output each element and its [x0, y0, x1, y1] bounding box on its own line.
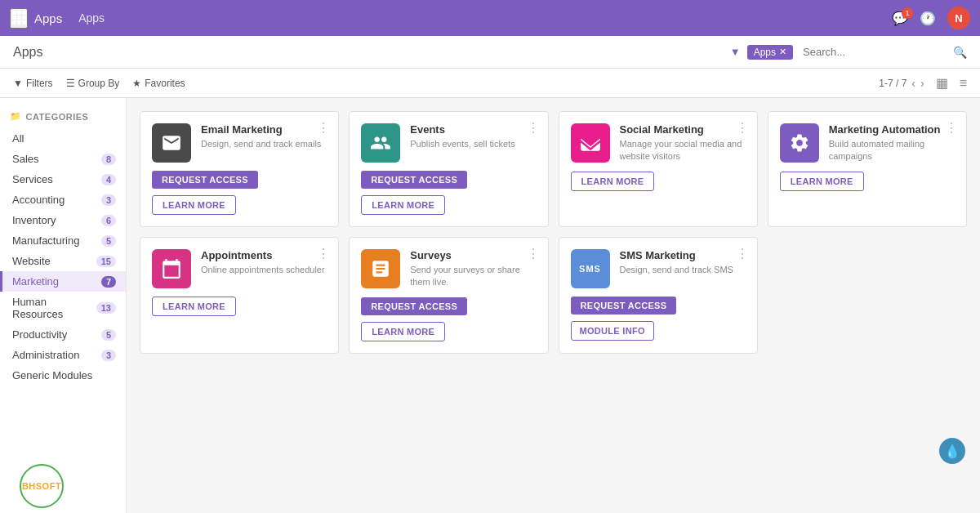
app-card-sms: ⋮ SMS SMS Marketing Design, send and tra…	[559, 237, 758, 354]
sidebar-label-inventory: Inventory	[12, 214, 56, 226]
app-card-header-surveys: Surveys Send your surveys or share them …	[361, 249, 536, 289]
filter-tag-close[interactable]: ✕	[779, 47, 786, 57]
request-access-events-btn[interactable]: REQUEST ACCESS	[361, 171, 467, 189]
sidebar-item-accounting[interactable]: Accounting 3	[0, 190, 126, 210]
sidebar-item-manufacturing[interactable]: Manufacturing 5	[0, 230, 126, 251]
topbar-right: 💬 1 🕐 N	[892, 7, 970, 29]
logo: BHSOFT	[20, 464, 64, 508]
app-menu-marketing-auto[interactable]: ⋮	[945, 120, 958, 136]
learn-more-email-btn[interactable]: LEARN MORE	[152, 195, 236, 215]
favorites-btn[interactable]: ★ Favorites	[132, 78, 185, 89]
sidebar-badge-website: 15	[96, 256, 116, 267]
app-card-header-appointments: Appointments Online appointments schedul…	[152, 249, 327, 288]
app-card-events: ⋮ Events Publish events, sell tickets RE…	[349, 111, 548, 227]
sidebar-item-sales[interactable]: Sales 8	[0, 149, 126, 169]
next-page-btn[interactable]: ›	[920, 77, 924, 90]
events-icon	[361, 123, 400, 163]
sidebar-item-marketing[interactable]: Marketing 7	[0, 271, 126, 292]
search-input[interactable]	[800, 44, 947, 60]
filter-toolbar: ▼ Filters ☰ Group By ★ Favorites 1-7 / 7…	[0, 69, 980, 98]
app-menu-surveys[interactable]: ⋮	[527, 246, 540, 261]
sidebar-label-administration: Administration	[12, 349, 79, 361]
app-card-header-social: Social Marketing Manage your social medi…	[571, 123, 746, 163]
app-desc-surveys: Send your surveys or share them live.	[410, 264, 536, 289]
learn-more-marketing-auto-btn[interactable]: LEARN MORE	[780, 172, 864, 191]
sidebar-badge-administration: 3	[101, 350, 116, 361]
app-card-header-marketing-auto: Marketing Automation Build automated mai…	[780, 123, 955, 163]
request-access-surveys-btn[interactable]: REQUEST ACCESS	[361, 297, 467, 315]
request-access-email-btn[interactable]: REQUEST ACCESS	[152, 171, 258, 189]
svg-rect-0	[12, 11, 16, 15]
app-name-social: Social Marketing	[620, 123, 746, 136]
app-desc-appointments: Online appointments scheduler	[201, 264, 327, 276]
sidebar-item-inventory[interactable]: Inventory 6	[0, 210, 126, 230]
topbar-app-link[interactable]: Apps	[78, 11, 105, 25]
sidebar-label-accounting: Accounting	[12, 194, 65, 206]
learn-more-events-btn[interactable]: LEARN MORE	[361, 195, 445, 215]
app-card-email-marketing: ⋮ Email Marketing Design, send and track…	[140, 111, 339, 227]
app-menu-social[interactable]: ⋮	[736, 120, 749, 136]
folder-icon: 📁	[10, 111, 22, 122]
grid-view-btn[interactable]: ▦	[936, 75, 948, 91]
chat-icon-btn[interactable]: 💬 1	[892, 11, 908, 26]
update-dot[interactable]: 💧	[939, 438, 965, 464]
app-actions-email: REQUEST ACCESS LEARN MORE	[152, 171, 327, 215]
sidebar-label-services: Services	[12, 173, 53, 185]
learn-more-social-btn[interactable]: LEARN MORE	[571, 172, 655, 191]
filter-tag[interactable]: Apps ✕	[747, 45, 793, 60]
prev-page-btn[interactable]: ‹	[911, 77, 915, 90]
svg-rect-7	[17, 20, 21, 25]
sms-marketing-icon: SMS	[571, 249, 610, 288]
sidebar-badge-manufacturing: 5	[101, 235, 116, 247]
app-card-marketing-auto: ⋮ Marketing Automation Build automated m…	[768, 111, 967, 227]
app-actions-social: LEARN MORE	[571, 172, 746, 191]
grid-icon[interactable]	[10, 8, 28, 29]
app-menu-email-marketing[interactable]: ⋮	[317, 120, 330, 136]
app-menu-events[interactable]: ⋮	[527, 120, 540, 136]
app-actions-events: REQUEST ACCESS LEARN MORE	[361, 171, 536, 215]
star-icon: ★	[132, 78, 141, 89]
topbar: Apps Apps 💬 1 🕐 N	[0, 0, 980, 36]
search-button[interactable]: 🔍	[953, 46, 967, 59]
social-marketing-icon	[571, 123, 610, 163]
apps-grid: ⋮ Email Marketing Design, send and track…	[140, 111, 967, 354]
list-view-btn[interactable]: ≡	[960, 76, 967, 91]
topbar-title: Apps	[34, 11, 62, 25]
app-info-events: Events Publish events, sell tickets	[410, 123, 536, 150]
clock-icon-btn[interactable]: 🕐	[920, 11, 936, 26]
sidebar-label-marketing: Marketing	[12, 275, 59, 288]
svg-rect-6	[12, 20, 16, 25]
request-access-sms-btn[interactable]: REQUEST ACCESS	[571, 297, 677, 314]
app-name-appointments: Appointments	[201, 249, 327, 261]
sidebar-item-administration[interactable]: Administration 3	[0, 345, 126, 365]
filter-funnel-icon: ▼	[730, 46, 741, 58]
sidebar-logo: BHSOFT	[10, 454, 59, 503]
surveys-icon	[361, 249, 400, 288]
app-card-header-events: Events Publish events, sell tickets	[361, 123, 536, 163]
app-desc-social: Manage your social media and website vis…	[620, 138, 746, 163]
group-icon: ☰	[66, 78, 75, 89]
sidebar-item-generic[interactable]: Generic Modules	[0, 365, 126, 386]
svg-rect-2	[22, 11, 26, 15]
sidebar-item-hr[interactable]: Human Resources 13	[0, 292, 126, 324]
app-menu-appointments[interactable]: ⋮	[317, 246, 330, 261]
learn-more-appointments-btn[interactable]: LEARN MORE	[152, 297, 236, 316]
avatar[interactable]: N	[947, 7, 970, 29]
sidebar-item-website[interactable]: Website 15	[0, 251, 126, 271]
filters-btn[interactable]: ▼ Filters	[13, 78, 53, 89]
app-desc-sms: Design, send and track SMS	[620, 264, 746, 276]
search-bar: ▼ Apps ✕ 🔍	[730, 44, 967, 60]
app-menu-sms[interactable]: ⋮	[736, 246, 749, 261]
app-name-events: Events	[410, 123, 536, 136]
page-title: Apps	[13, 45, 42, 60]
content-area: ⋮ Email Marketing Design, send and track…	[127, 98, 980, 513]
module-info-sms-btn[interactable]: MODULE INFO	[571, 321, 654, 341]
learn-more-surveys-btn[interactable]: LEARN MORE	[361, 322, 445, 341]
sidebar-item-services[interactable]: Services 4	[0, 169, 126, 190]
sidebar-item-all[interactable]: All	[0, 128, 126, 149]
app-actions-surveys: REQUEST ACCESS LEARN MORE	[361, 297, 536, 341]
group-by-btn[interactable]: ☰ Group By	[66, 78, 120, 89]
sidebar-item-productivity[interactable]: Productivity 5	[0, 324, 126, 345]
app-desc-email: Design, send and track emails	[201, 138, 327, 150]
svg-rect-1	[17, 11, 21, 15]
